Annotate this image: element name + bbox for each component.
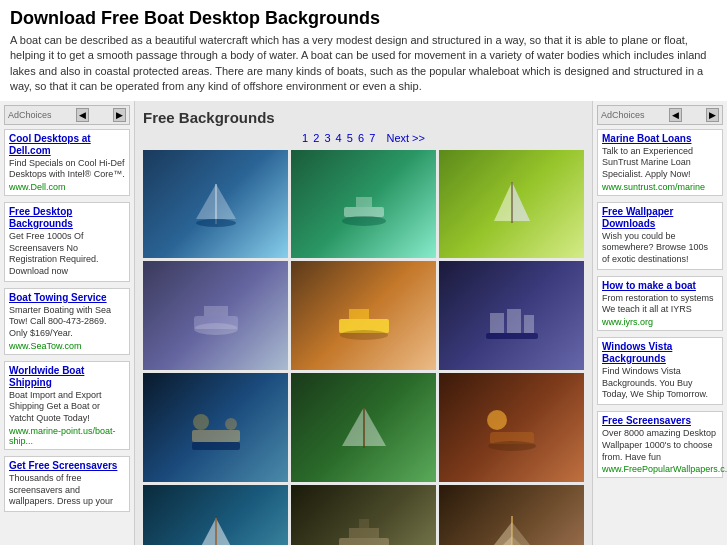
grid-item-10[interactable] <box>143 485 288 545</box>
svg-point-27 <box>488 441 536 451</box>
grid-item-6[interactable] <box>439 261 584 370</box>
right-ad-1: Marine Boat Loans Talk to an Experienced… <box>597 129 723 196</box>
svg-marker-7 <box>512 182 530 221</box>
pagination: 1 2 3 4 5 6 7 Next >> <box>143 132 584 144</box>
svg-rect-22 <box>192 442 240 450</box>
right-ad-3: How to make a boat From restoration to s… <box>597 276 723 331</box>
svg-point-5 <box>342 216 386 226</box>
left-ad-5-title[interactable]: Get Free Screensavers <box>9 460 125 472</box>
left-ad-2-desc: Get Free 1000s Of Screensavers No Regist… <box>9 231 125 278</box>
left-ad-2-title[interactable]: Free Desktop Backgrounds <box>9 206 125 230</box>
right-ad-5: Free Screensavers Over 8000 amazing Desk… <box>597 411 723 478</box>
header-section: Download Free Boat Desktop Backgrounds A… <box>0 0 727 101</box>
boat-image-5 <box>291 261 436 370</box>
svg-rect-10 <box>194 316 238 329</box>
left-ad-2: Free Desktop Backgrounds Get Free 1000s … <box>4 202 130 282</box>
grid-item-1[interactable] <box>143 150 288 259</box>
left-ad-4-url[interactable]: www.marine-point.us/boat-ship... <box>9 426 125 446</box>
right-adchoices-bar: AdChoices ◀ ▶ <box>597 105 723 125</box>
grid-item-8[interactable] <box>291 373 436 482</box>
main-layout: AdChoices ◀ ▶ Cool Desktops at Dell.com … <box>0 101 727 545</box>
left-ad-3-title[interactable]: Boat Towing Service <box>9 292 125 304</box>
right-ad-3-url[interactable]: www.iyrs.org <box>602 317 718 327</box>
section-title: Free Backgrounds <box>143 109 584 126</box>
page-6-link[interactable]: 6 <box>358 132 364 144</box>
grid-item-9[interactable] <box>439 373 584 482</box>
svg-rect-19 <box>192 430 240 442</box>
left-adchoices-label: AdChoices <box>8 110 52 120</box>
right-ad-5-title[interactable]: Free Screensavers <box>602 415 718 427</box>
left-ad-prev-button[interactable]: ◀ <box>76 108 89 122</box>
left-ad-4-desc: Boat Import and Export Shipping Get a Bo… <box>9 390 125 425</box>
left-ad-1-title[interactable]: Cool Desktops at Dell.com <box>9 133 125 157</box>
grid-item-4[interactable] <box>143 261 288 370</box>
right-ad-5-desc: Over 8000 amazing Desktop Wallpaper 1000… <box>602 428 718 463</box>
right-ad-5-url[interactable]: www.FreePopularWallpapers.c... <box>602 464 718 474</box>
image-grid <box>143 150 584 545</box>
boat-image-10 <box>143 485 288 545</box>
page-3-link[interactable]: 3 <box>324 132 330 144</box>
page-next-link[interactable]: Next >> <box>386 132 425 144</box>
grid-item-11[interactable] <box>291 485 436 545</box>
page-title: Download Free Boat Desktop Backgrounds <box>10 8 717 29</box>
boat-image-7 <box>143 373 288 482</box>
svg-point-25 <box>487 410 507 430</box>
svg-point-21 <box>225 418 237 430</box>
svg-rect-31 <box>339 538 389 545</box>
left-ad-1-desc: Find Specials on Cool Hi-Def Desktops wi… <box>9 158 125 181</box>
right-adchoices-label: AdChoices <box>601 110 645 120</box>
boat-image-6 <box>439 261 584 370</box>
svg-point-14 <box>340 330 388 340</box>
svg-rect-15 <box>490 313 504 333</box>
svg-rect-18 <box>486 333 538 339</box>
center-content: Free Backgrounds 1 2 3 4 5 6 7 Next >> <box>135 101 592 545</box>
left-adchoices-bar: AdChoices ◀ ▶ <box>4 105 130 125</box>
grid-item-3[interactable] <box>439 150 584 259</box>
grid-item-7[interactable] <box>143 373 288 482</box>
boat-image-4 <box>143 261 288 370</box>
left-ad-5: Get Free Screensavers Thousands of free … <box>4 456 130 512</box>
svg-rect-11 <box>204 306 228 316</box>
left-ad-5-desc: Thousands of free screensavers and wallp… <box>9 473 125 508</box>
right-ad-3-title[interactable]: How to make a boat <box>602 280 718 292</box>
page-2-link[interactable]: 2 <box>313 132 319 144</box>
boat-image-9 <box>439 373 584 482</box>
svg-point-20 <box>193 414 209 430</box>
right-ad-2: Free Wallpaper Downloads Wish you could … <box>597 202 723 270</box>
left-ad-3-desc: Smarter Boating with Sea Tow! Call 800-4… <box>9 305 125 340</box>
page-1-link[interactable]: 1 <box>302 132 308 144</box>
right-ad-4-desc: Find Windows Vista Backgrounds. You Buy … <box>602 366 718 401</box>
svg-rect-13 <box>349 309 369 319</box>
left-ad-4-title[interactable]: Worldwide Boat Shipping <box>9 365 125 389</box>
boat-image-8 <box>291 373 436 482</box>
left-sidebar: AdChoices ◀ ▶ Cool Desktops at Dell.com … <box>0 101 135 545</box>
right-ad-3-desc: From restoration to systems We teach it … <box>602 293 718 316</box>
page-description: A boat can be described as a beautiful w… <box>10 33 717 95</box>
page-5-link[interactable]: 5 <box>347 132 353 144</box>
svg-rect-3 <box>344 207 384 217</box>
svg-point-2 <box>196 219 236 227</box>
right-ad-1-desc: Talk to an Experienced SunTrust Marine L… <box>602 146 718 181</box>
left-ad-next-button[interactable]: ▶ <box>113 108 126 122</box>
grid-item-12[interactable] <box>439 485 584 545</box>
right-ad-prev-button[interactable]: ◀ <box>669 108 682 122</box>
right-ad-2-desc: Wish you could be somewhere? Browse 100s… <box>602 231 718 266</box>
right-ad-4-title[interactable]: Windows Vista Backgrounds <box>602 341 718 365</box>
page-4-link[interactable]: 4 <box>336 132 342 144</box>
boat-image-3 <box>439 150 584 259</box>
right-ad-next-button[interactable]: ▶ <box>706 108 719 122</box>
left-ad-1-url[interactable]: www.Dell.com <box>9 182 125 192</box>
left-ad-3-url[interactable]: www.SeaTow.com <box>9 341 125 351</box>
svg-rect-32 <box>349 528 379 538</box>
grid-item-2[interactable] <box>291 150 436 259</box>
right-ad-2-title[interactable]: Free Wallpaper Downloads <box>602 206 718 230</box>
right-ad-1-title[interactable]: Marine Boat Loans <box>602 133 718 145</box>
right-sidebar: AdChoices ◀ ▶ Marine Boat Loans Talk to … <box>592 101 727 545</box>
boat-image-11 <box>291 485 436 545</box>
right-ad-1-url[interactable]: www.suntrust.com/marine <box>602 182 718 192</box>
left-ad-4: Worldwide Boat Shipping Boat Import and … <box>4 361 130 450</box>
svg-rect-33 <box>359 519 369 528</box>
grid-item-5[interactable] <box>291 261 436 370</box>
page-7-link[interactable]: 7 <box>369 132 375 144</box>
left-ad-3: Boat Towing Service Smarter Boating with… <box>4 288 130 355</box>
